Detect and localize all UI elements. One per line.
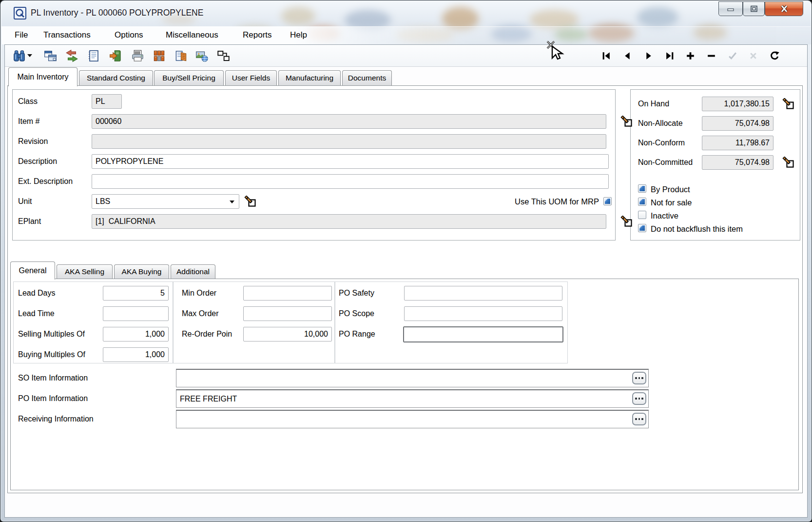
edit-item-icon[interactable] xyxy=(620,116,633,128)
lead-days-field[interactable]: 5 xyxy=(103,286,169,301)
audit-button[interactable] xyxy=(173,48,189,63)
combo-dropdown-icon[interactable] xyxy=(230,201,234,206)
not-for-sale-checkbox[interactable] xyxy=(638,198,646,206)
nav-insert-button[interactable] xyxy=(683,49,697,62)
po-safety-field[interactable] xyxy=(404,286,562,301)
ellipsis-icon xyxy=(635,398,637,400)
find-button[interactable] xyxy=(11,48,27,63)
class-label: Class xyxy=(18,94,38,109)
receiving-info-ellipsis-button[interactable] xyxy=(632,413,646,425)
structure-button[interactable] xyxy=(215,48,231,63)
minimize-button[interactable] xyxy=(718,1,743,16)
goto-button[interactable] xyxy=(108,48,123,63)
book-arrow-icon xyxy=(109,49,122,62)
tab-manufacturing[interactable]: Manufacturing xyxy=(278,70,341,85)
lead-time-label: Lead Time xyxy=(18,306,55,321)
unit-combo[interactable]: LBS xyxy=(92,194,239,209)
by-product-checkbox[interactable] xyxy=(638,184,646,193)
selling-multiples-field[interactable]: 1,000 xyxy=(103,327,169,341)
tab-general[interactable]: General xyxy=(10,261,55,280)
tab-additional[interactable]: Additional xyxy=(171,264,215,279)
refresh-icon xyxy=(769,51,779,61)
report-button[interactable] xyxy=(86,48,101,63)
tab-buy-sell-pricing[interactable]: Buy/Sell Pricing xyxy=(154,70,224,85)
nav-next-button[interactable] xyxy=(641,49,656,62)
maximize-icon xyxy=(750,5,758,12)
find-dropdown-button[interactable] xyxy=(26,48,34,63)
receiving-info-field[interactable] xyxy=(176,410,649,428)
max-order-field[interactable] xyxy=(243,306,332,321)
ext-description-field[interactable] xyxy=(92,174,609,189)
po-scope-label: PO Scope xyxy=(339,306,374,321)
close-button[interactable] xyxy=(765,1,803,16)
menu-transactions[interactable]: Transactions xyxy=(41,26,93,44)
tab-aka-buying[interactable]: AKA Buying xyxy=(114,264,169,279)
nav-post-button[interactable] xyxy=(725,49,739,62)
tab-standard-costing[interactable]: Standard Costing xyxy=(79,70,153,85)
tab-aka-selling[interactable]: AKA Selling xyxy=(57,264,113,279)
so-item-info-ellipsis-button[interactable] xyxy=(632,372,646,384)
maximize-button[interactable] xyxy=(743,1,765,16)
uom-mrp-checkbox[interactable] xyxy=(603,197,612,205)
last-record-icon xyxy=(664,51,675,61)
find-icon xyxy=(13,49,26,62)
min-order-field[interactable] xyxy=(243,286,332,301)
nav-refresh-button[interactable] xyxy=(767,49,781,62)
forms-icon xyxy=(44,49,57,62)
image-web-button[interactable] xyxy=(194,48,210,63)
so-item-info-field[interactable] xyxy=(176,369,649,387)
eplant-label: EPlant xyxy=(18,214,41,229)
po-range-field[interactable] xyxy=(403,326,563,342)
no-backflush-checkbox[interactable] xyxy=(638,224,646,232)
tab-main-inventory[interactable]: Main Inventory xyxy=(8,67,77,86)
po-range-label: PO Range xyxy=(339,327,375,341)
nav-first-button[interactable] xyxy=(599,49,614,62)
so-item-info-label: SO Item Information xyxy=(18,371,88,385)
po-item-info-ellipsis-button[interactable] xyxy=(632,392,646,405)
eplant-field[interactable]: [1] CALIFORNIA xyxy=(92,214,606,229)
printer-barcode-icon xyxy=(131,49,144,62)
nav-delete-button[interactable] xyxy=(704,49,718,62)
inactive-checkbox[interactable] xyxy=(638,211,646,219)
unit-value: LBS xyxy=(96,197,110,206)
non-allocate-label: Non-Allocate xyxy=(638,116,683,131)
non-allocate-field: 75,074.98 xyxy=(702,116,773,131)
reorder-point-field[interactable]: 10,000 xyxy=(243,327,332,341)
revision-field[interactable] xyxy=(92,134,606,149)
po-item-info-label: PO Item Information xyxy=(18,391,88,406)
max-order-label: Max Order xyxy=(182,306,219,321)
transfer-button[interactable] xyxy=(64,48,79,63)
tab-documents[interactable]: Documents xyxy=(342,70,392,85)
on-hand-label: On Hand xyxy=(638,97,669,111)
buying-multiples-field[interactable]: 1,000 xyxy=(103,347,169,362)
menu-reports[interactable]: Reports xyxy=(241,26,274,44)
app-window: PL Inventory - PL 000060 POLYPROPYLENE F… xyxy=(0,0,812,522)
description-field[interactable]: POLYPROPYLENE xyxy=(92,154,609,169)
po-scope-field[interactable] xyxy=(404,306,562,321)
ellipsis-icon xyxy=(635,418,637,420)
minimize-icon xyxy=(727,6,735,12)
cancel-edit-icon xyxy=(748,51,758,61)
menu-miscellaneous[interactable]: Miscellaneous xyxy=(164,26,220,44)
edit-on-hand-icon[interactable] xyxy=(782,98,794,110)
print-labels-button[interactable] xyxy=(130,48,145,63)
non-committed-field: 75,074.98 xyxy=(702,155,773,170)
inactive-label: Inactive xyxy=(651,211,678,220)
po-item-info-field[interactable]: FREE FREIGHT xyxy=(176,389,649,408)
menu-file[interactable]: File xyxy=(13,26,30,44)
nav-cancel-button[interactable] xyxy=(746,49,760,62)
lead-time-field[interactable] xyxy=(103,306,169,321)
menu-options[interactable]: Options xyxy=(113,26,145,44)
edit-non-committed-icon[interactable] xyxy=(782,157,794,169)
edit-eplant-icon[interactable] xyxy=(620,216,633,228)
nav-prior-button[interactable] xyxy=(620,49,635,62)
class-field[interactable]: PL xyxy=(92,94,122,109)
unit-label: Unit xyxy=(18,194,32,209)
forms-button[interactable] xyxy=(42,48,58,63)
item-number-field[interactable]: 000060 xyxy=(92,114,606,129)
menu-help[interactable]: Help xyxy=(288,26,309,44)
matrix-button[interactable] xyxy=(151,48,167,63)
edit-unit-icon[interactable] xyxy=(244,196,256,208)
nav-last-button[interactable] xyxy=(662,49,677,62)
tab-user-fields[interactable]: User Fields xyxy=(225,70,277,85)
